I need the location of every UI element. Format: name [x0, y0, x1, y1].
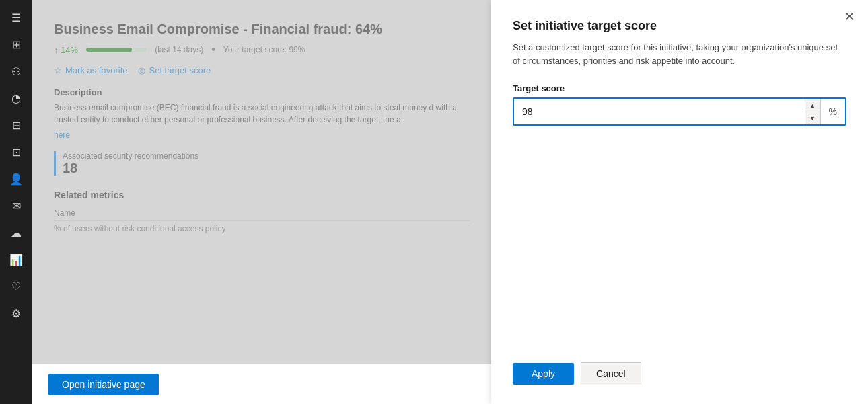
shield-icon[interactable]: ⊡ — [4, 140, 28, 164]
panel-title: Set initiative target score — [513, 19, 846, 33]
chart-icon[interactable]: 📊 — [4, 247, 28, 272]
open-initiative-button[interactable]: Open initiative page — [48, 374, 159, 395]
heart-icon[interactable]: ♡ — [4, 274, 28, 298]
panel-description: Set a customized target score for this i… — [513, 41, 846, 67]
cloud-icon[interactable]: ☁ — [4, 220, 28, 245]
spinner-down-button[interactable]: ▼ — [805, 112, 820, 124]
person-icon[interactable]: 👤 — [4, 167, 28, 191]
sidebar: ☰ ⊞ ⚇ ◔ ⊟ ⊡ 👤 ✉ ☁ 📊 ♡ ⚙ — [0, 0, 32, 404]
panel-footer: Apply Cancel — [513, 362, 846, 385]
apply-button[interactable]: Apply — [513, 363, 574, 385]
overlay — [32, 0, 491, 404]
device-icon[interactable]: ⊟ — [4, 113, 28, 137]
target-score-label: Target score — [513, 83, 846, 93]
clock-icon[interactable]: ◔ — [4, 86, 28, 110]
home-icon[interactable]: ⊞ — [4, 32, 28, 56]
target-score-spinners: ▲ ▼ — [805, 99, 820, 124]
panel: ✕ Set initiative target score Set a cust… — [491, 0, 868, 404]
target-score-input[interactable] — [514, 99, 805, 124]
cancel-button[interactable]: Cancel — [581, 362, 641, 385]
close-button[interactable]: ✕ — [844, 11, 855, 23]
settings-icon[interactable]: ⚙ — [4, 301, 28, 325]
people-icon[interactable]: ⚇ — [4, 59, 28, 83]
bottom-bar: Open initiative page — [32, 364, 491, 404]
mail-icon[interactable]: ✉ — [4, 194, 28, 218]
menu-icon[interactable]: ☰ — [4, 5, 28, 30]
percent-label: % — [820, 99, 845, 124]
main-content: Business Email Compromise - Financial fr… — [32, 0, 491, 404]
spinner-up-button[interactable]: ▲ — [805, 99, 820, 112]
target-score-input-row: ▲ ▼ % — [513, 97, 846, 126]
